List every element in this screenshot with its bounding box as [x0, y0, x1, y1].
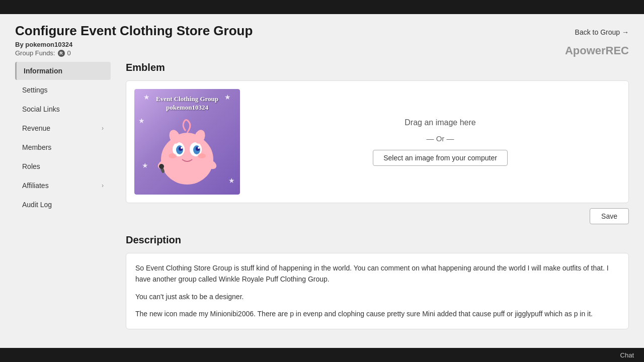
sidebar-item-revenue[interactable]: Revenue › [15, 119, 111, 137]
sidebar-item-members[interactable]: Members [15, 138, 111, 156]
svg-point-8 [181, 147, 183, 149]
drag-text: Drag an image here [405, 118, 475, 127]
header: Configure Event Clothing Store Group By … [0, 14, 644, 62]
sidebar-item-label: Revenue [22, 124, 50, 132]
description-paragraph-1: So Event Clothing Store Group is stuff k… [135, 262, 619, 285]
page-title: Configure Event Clothing Store Group [15, 23, 629, 39]
jigglypuff-graphic [149, 112, 225, 187]
emblem-section-title: Emblem [126, 62, 629, 73]
sidebar-item-label: Audit Log [22, 201, 52, 209]
emblem-upload-area: Drag an image here — Or — Select an imag… [260, 118, 620, 166]
select-image-button[interactable]: Select an image from your computer [373, 150, 508, 166]
sidebar-item-label: Social Links [22, 105, 60, 113]
header-funds: Group Funds: R 0 [15, 49, 629, 57]
emblem-image: Event Clothing Group pokemon10324 ★ ★ ★ … [134, 89, 240, 195]
content-area: Information Settings Social Links Revenu… [0, 62, 644, 348]
star-decoration: ★ [143, 93, 150, 101]
emblem-image-placeholder: Event Clothing Group pokemon10324 ★ ★ ★ … [134, 89, 240, 195]
sidebar-item-information[interactable]: Information [15, 62, 111, 80]
description-card: So Event Clothing Store Group is stuff k… [126, 253, 629, 329]
star-decoration: ★ [224, 93, 231, 101]
sidebar-item-label: Roles [22, 162, 40, 170]
top-bar [0, 0, 644, 14]
description-paragraph-2: You can't just ask to be a designer. [135, 291, 619, 302]
header-author: By pokemon10324 [15, 41, 629, 48]
apowerrec-logo: ApowerREC [565, 44, 629, 57]
description-section: Description So Event Clothing Store Grou… [126, 234, 629, 329]
sidebar: Information Settings Social Links Revenu… [15, 62, 116, 338]
svg-point-9 [198, 147, 200, 149]
sidebar-item-social-links[interactable]: Social Links [15, 100, 111, 118]
save-row: Save [126, 208, 629, 224]
sidebar-item-roles[interactable]: Roles [15, 157, 111, 175]
sidebar-item-label: Members [22, 143, 51, 151]
star-decoration: ★ [138, 117, 145, 125]
back-to-group-link[interactable]: Back to Group → [575, 28, 629, 36]
main-content: Emblem Event Clothing Group pokemon10324… [116, 62, 629, 338]
sidebar-item-audit-log[interactable]: Audit Log [15, 196, 111, 214]
sidebar-item-affiliates[interactable]: Affiliates › [15, 176, 111, 195]
save-button[interactable]: Save [590, 208, 629, 224]
sidebar-item-settings[interactable]: Settings [15, 81, 111, 99]
description-text: So Event Clothing Store Group is stuff k… [135, 262, 619, 320]
svg-point-11 [198, 153, 206, 158]
emblem-card: Event Clothing Group pokemon10324 ★ ★ ★ … [126, 80, 629, 203]
chevron-right-icon: › [102, 182, 104, 189]
sidebar-item-label: Settings [22, 86, 48, 94]
description-section-title: Description [126, 234, 629, 246]
page-container: Configure Event Clothing Store Group By … [0, 14, 644, 348]
star-decoration: ★ [228, 176, 235, 185]
emblem-section: Emblem Event Clothing Group pokemon10324… [126, 62, 629, 224]
svg-point-10 [169, 153, 177, 158]
robux-icon: R [58, 50, 65, 57]
sidebar-item-label: Information [24, 67, 62, 75]
sidebar-item-label: Affiliates [22, 182, 49, 190]
star-decoration: ★ [142, 161, 148, 169]
or-divider: — Or — [427, 134, 454, 143]
chevron-right-icon: › [102, 125, 104, 132]
description-paragraph-3: The new icon made my Minionibi2006. Ther… [135, 308, 619, 319]
header-meta: By pokemon10324 Group Funds: R 0 [15, 41, 629, 57]
